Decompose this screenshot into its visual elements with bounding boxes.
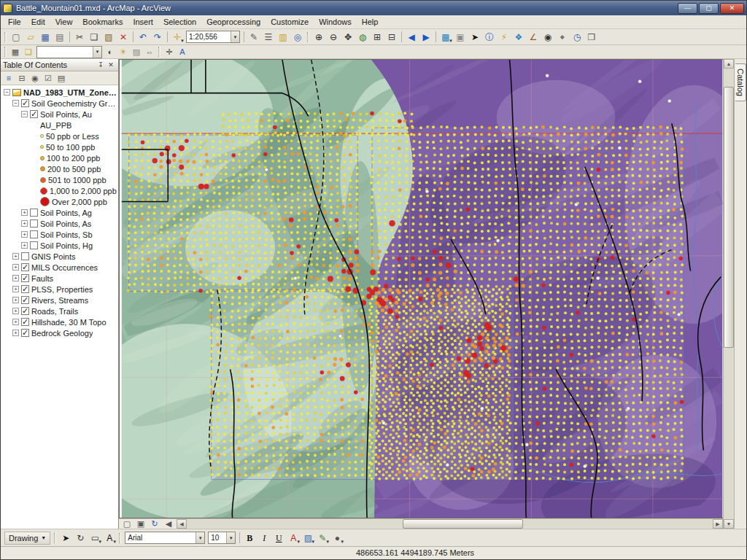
tree-expander-minus[interactable]: − xyxy=(21,111,28,117)
back-extent-icon[interactable]: ◀ xyxy=(404,31,419,44)
toc-node-soil-points-hg[interactable]: +Soil Points, Hg xyxy=(1,240,118,251)
select-elements-icon[interactable]: ➤ xyxy=(468,31,482,44)
toc-node-mils-occurrences[interactable]: +MILS Occurrences xyxy=(1,262,118,273)
html-popup-icon[interactable]: ❖ xyxy=(511,31,526,44)
rotate-element-icon[interactable]: ↻ xyxy=(73,532,88,545)
italic-icon[interactable]: I xyxy=(257,532,271,545)
go-to-xy-icon[interactable]: ⌖ xyxy=(555,31,570,44)
tree-expander-plus[interactable]: + xyxy=(12,319,19,325)
toc-node-faults[interactable]: +Faults xyxy=(1,273,118,284)
menu-item-bookmarks[interactable]: Bookmarks xyxy=(77,16,128,28)
cut-icon[interactable]: ✂ xyxy=(72,31,87,44)
toc-node-bedrock-geology[interactable]: +Bedrock Geology xyxy=(1,327,118,338)
underline-icon[interactable]: U xyxy=(271,532,286,545)
effects-layer-combo-dropdown-arrow[interactable]: ▼ xyxy=(93,47,101,58)
toc-node-1-000-to-2-000-ppb[interactable]: 1,000 to 2,000 ppb xyxy=(1,185,118,196)
toc-node-50-ppb-or-less[interactable]: 50 ppb or Less xyxy=(1,131,118,141)
snapping-menu-icon[interactable]: ✛ xyxy=(163,46,176,58)
map-scale-combo-dropdown-arrow[interactable]: ▼ xyxy=(231,31,239,42)
toc-node-501-to-1000-ppb[interactable]: 501 to 1000 ppb xyxy=(1,174,118,185)
vscroll-up-arrow[interactable]: ▲ xyxy=(724,59,734,69)
text-tool-icon[interactable]: A▼ xyxy=(102,532,117,545)
fixed-zoom-out-icon[interactable]: ⊟ xyxy=(384,31,399,44)
layer-visibility-checkbox[interactable] xyxy=(21,274,29,282)
tree-expander-plus[interactable]: + xyxy=(12,297,19,303)
hscroll-track[interactable] xyxy=(187,519,713,529)
drawing-menu[interactable]: Drawing▼ xyxy=(4,532,50,545)
toc-pin-icon[interactable]: ↧ xyxy=(96,61,106,70)
tree-expander-minus[interactable]: − xyxy=(12,100,19,106)
list-by-drawing-order-icon[interactable]: ≡ xyxy=(2,72,15,84)
brightness-icon[interactable]: ☀ xyxy=(117,46,130,58)
undo-icon[interactable]: ↶ xyxy=(136,31,150,44)
layer-visibility-checkbox[interactable] xyxy=(30,209,38,217)
menu-item-edit[interactable]: Edit xyxy=(26,16,50,28)
open-folder-icon[interactable]: ▱ xyxy=(23,31,38,44)
map-scale-combo[interactable]: 1:20,556▼ xyxy=(186,31,240,43)
bold-icon[interactable]: B xyxy=(242,532,257,545)
toc-options-icon[interactable]: ▤ xyxy=(55,72,68,84)
font-color-icon[interactable]: A▼ xyxy=(286,532,301,545)
font-combo[interactable]: Arial▼ xyxy=(125,532,205,544)
layer-visibility-checkbox[interactable] xyxy=(21,263,29,271)
toc-node-200-to-500-ppb[interactable]: 200 to 500 ppb xyxy=(1,163,118,174)
toolbar-grip[interactable] xyxy=(4,32,7,42)
tree-expander-plus[interactable]: + xyxy=(12,286,19,292)
tree-expander-plus[interactable]: + xyxy=(12,275,19,281)
catalog-window-icon[interactable]: ▥ xyxy=(276,31,290,44)
tree-expander-plus[interactable]: + xyxy=(21,220,28,227)
menu-item-help[interactable]: Help xyxy=(357,16,384,28)
pause-drawing-button[interactable]: ◀ xyxy=(162,518,175,530)
paste-icon[interactable]: ▨ xyxy=(101,31,116,44)
font-combo-dropdown-arrow[interactable]: ▼ xyxy=(196,532,204,543)
map-canvas[interactable] xyxy=(119,59,724,518)
layer-visibility-checkbox[interactable] xyxy=(21,307,29,315)
hscroll-thumb[interactable] xyxy=(403,519,524,529)
save-icon[interactable]: ▦ xyxy=(38,31,53,44)
maximize-button[interactable]: ▢ xyxy=(699,3,719,14)
search-window-icon[interactable]: ◎ xyxy=(290,31,305,44)
toc-close-icon[interactable]: ✕ xyxy=(106,61,116,70)
toc-node-plss-properties[interactable]: +PLSS, Properties xyxy=(1,284,118,295)
toc-node-soil-points-as[interactable]: +Soil Points, As xyxy=(1,218,118,229)
line-color-icon[interactable]: ✎▼ xyxy=(315,532,330,545)
toc-node-gnis-points[interactable]: +GNIS Points xyxy=(1,251,118,262)
layer-visibility-checkbox[interactable] xyxy=(21,318,29,326)
layer-visibility-checkbox[interactable] xyxy=(21,296,29,304)
pan-icon[interactable]: ✥ xyxy=(341,31,355,44)
new-document-icon[interactable]: ▢ xyxy=(9,31,23,44)
tree-expander-plus[interactable]: + xyxy=(21,242,28,249)
contrast-icon[interactable]: ◐ xyxy=(104,46,117,58)
shape-tool-icon[interactable]: ▭▼ xyxy=(88,532,102,545)
vscroll-thumb[interactable] xyxy=(724,87,734,348)
minimize-button[interactable]: — xyxy=(678,3,697,14)
forward-extent-icon[interactable]: ▶ xyxy=(419,31,433,44)
toc-node-roads-trails[interactable]: +Roads, Trails xyxy=(1,306,118,316)
toc-node-au-ppb[interactable]: AU_PPB xyxy=(1,120,118,131)
menu-item-selection[interactable]: Selection xyxy=(158,16,201,28)
font-size-combo[interactable]: 10▼ xyxy=(208,532,236,544)
layer-visibility-checkbox[interactable] xyxy=(30,110,38,118)
layer-visibility-checkbox[interactable] xyxy=(21,252,29,260)
layout-view-button[interactable]: ▣ xyxy=(134,518,147,530)
layer-visibility-checkbox[interactable] xyxy=(21,329,29,337)
add-data-icon[interactable]: ✛▼ xyxy=(170,31,185,44)
vscroll-down-arrow[interactable]: ▼ xyxy=(724,519,734,529)
fixed-zoom-in-icon[interactable]: ⊞ xyxy=(370,31,384,44)
toolbar-grip[interactable] xyxy=(54,533,56,543)
swipe-layer-icon[interactable]: ⇔ xyxy=(143,46,156,58)
menu-item-geoprocessing[interactable]: Geoprocessing xyxy=(201,16,266,28)
toolbar-grip[interactable] xyxy=(158,47,160,57)
full-extent-icon[interactable]: ◍ xyxy=(355,31,370,44)
vscroll-track[interactable] xyxy=(724,69,734,519)
menu-item-view[interactable]: View xyxy=(50,16,78,28)
close-button[interactable]: ✕ xyxy=(720,3,744,14)
tree-expander-plus[interactable]: + xyxy=(12,308,19,314)
tree-expander-plus[interactable]: + xyxy=(12,253,19,260)
copy-icon[interactable]: ❏ xyxy=(87,31,101,44)
labeling-icon[interactable]: A xyxy=(176,46,189,58)
measure-icon[interactable]: ∠ xyxy=(526,31,541,44)
fill-color-icon[interactable]: ▨▼ xyxy=(301,532,315,545)
layer-visibility-checkbox[interactable] xyxy=(21,285,29,293)
clear-selection-icon[interactable]: ▣ xyxy=(453,31,468,44)
